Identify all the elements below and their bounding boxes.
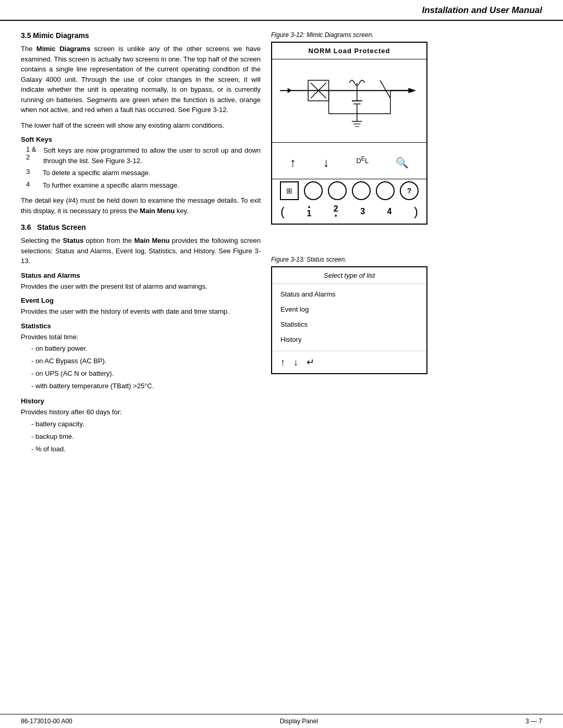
section-35-number: 3.5 [21,31,31,40]
num2-label: 2 [334,204,338,214]
mimic-number-row: ( ▲ 1 2 ▼ 3 [272,202,426,224]
section-35-title: Mimic Diagrams [33,31,89,40]
bracket-left: ( [280,205,285,218]
history-item-3: - % of load. [21,443,261,455]
status-item-4: History [280,330,418,347]
figure-3-12-container: Figure 3-12: Mimic Diagrams screen. NORM… [271,31,438,230]
magnifier-icon[interactable]: 🔍 [396,156,409,169]
soft-key-num-1: 1 & 2 [26,145,37,166]
footer-page-number: 3 — 7 [525,718,542,725]
num3-label: 3 [360,207,365,216]
section-36-intro: Selecting the Status option from the Mai… [21,236,261,266]
footer-part-number: 86-173010-00 A00 [21,718,72,725]
help-key[interactable]: ? [400,181,419,200]
circle-key-1[interactable] [304,181,323,200]
status-list: Status and Alarms Event log Statistics H… [272,284,426,351]
page-header: Installation and User Manual [0,0,563,21]
sub-event-log-text: Provides the user with the history of ev… [21,306,261,317]
num1-up-arrow: ▲ [307,204,311,209]
soft-key-up-arrow[interactable]: ↑ [290,155,296,170]
soft-key-num-3: 4 [26,180,36,191]
soft-key-text-1: Soft keys are now programmed to allow th… [43,145,261,166]
status-screen-title: Select type of list [272,267,426,284]
page-title: Installation and User Manual [422,5,543,15]
sub-history-heading: History [21,397,261,405]
history-item-2: - backup time. [21,431,261,442]
mimic-diagram-svg [277,65,421,137]
del-d: D [356,157,361,165]
number-4-key[interactable]: 4 [387,207,392,216]
detail-key-note: The detail key (#4) must be held down to… [21,195,261,216]
status-item-3: Statistics [280,315,418,330]
soft-key-2: 3 To delete a specific alarm message. [21,168,261,178]
del-e: E [361,155,365,162]
mimic-softkeys-row: ↑ ↓ DEL 🔍 [272,143,426,179]
mimic-screen: NORM Load Protected [271,42,427,225]
svg-line-12 [380,80,390,98]
soft-key-num-2: 3 [26,168,36,178]
sub-history-text: Provides history after 60 days for: [21,407,261,417]
sub-status-alarms-text: Provides the user with the present list … [21,281,261,292]
sub-event-log-heading: Event Log [21,297,261,304]
soft-key-text-3: To further examine a specific alarm mess… [43,180,179,191]
del-label: DEL [356,155,369,165]
statistics-item-4: - with battery temperature (TBatt) >25°C… [21,380,261,392]
figure-3-12-label: Figure 3-12: Mimic Diagrams screen. [271,31,438,39]
svg-marker-1 [288,88,292,93]
section-35-heading: 3.5 Mimic Diagrams [21,31,261,40]
soft-key-3: 4 To further examine a specific alarm me… [21,180,261,191]
num1-label: 1 [307,209,311,218]
page-footer: 86-173010-00 A00 Display Panel 3 — 7 [0,714,563,728]
status-softkeys: ↑ ↓ ↵ [272,351,426,373]
status-down-arrow[interactable]: ↓ [293,357,298,368]
statistics-item-2: - on AC Bypass (AC BP). [21,355,261,367]
section-35: 3.5 Mimic Diagrams The Mimic Diagrams sc… [21,31,261,216]
mimic-top-text: NORM Load Protected [272,43,426,59]
left-column: 3.5 Mimic Diagrams The Mimic Diagrams sc… [21,31,261,456]
status-screen: Select type of list Status and Alarms Ev… [271,266,427,374]
section-35-para1: The Mimic Diagrams screen is unlike any … [21,44,261,115]
sub-statistics-text: Provides total time: [21,332,261,342]
status-item-1: Status and Alarms [280,288,418,300]
num4-label: 4 [387,207,392,216]
section-36: 3.6 Status Screen Selecting the Status o… [21,223,261,455]
statistics-item-1: - on battery power. [21,343,261,354]
menu-key[interactable]: ⊞ [280,181,299,200]
section-36-title: Status Screen [37,223,85,231]
content-area: 3.5 Mimic Diagrams The Mimic Diagrams sc… [0,21,563,487]
number-1-key[interactable]: ▲ 1 [307,204,311,218]
section-36-heading: 3.6 Status Screen [21,223,261,231]
sub-status-alarms-heading: Status and Alarms [21,272,261,279]
svg-marker-11 [408,88,416,93]
number-2-key[interactable]: 2 ▼ [334,204,338,218]
right-column: Figure 3-12: Mimic Diagrams screen. NORM… [271,31,438,456]
circle-key-3[interactable] [352,181,371,200]
del-l: L [365,157,369,165]
num2-down-arrow: ▼ [334,214,338,218]
bracket-right: ) [414,205,418,218]
figure-3-13-container: Figure 3-13: Status screen. Select type … [271,256,438,374]
section-36-number: 3.6 [21,223,31,231]
number-3-key[interactable]: 3 [360,207,365,216]
mimic-diagram-area [272,59,426,143]
status-enter-key[interactable]: ↵ [307,356,314,368]
statistics-item-3: - on UPS (AC N or battery). [21,368,261,379]
circle-key-2[interactable] [328,181,347,200]
soft-key-1: 1 & 2 Soft keys are now programmed to al… [21,145,261,166]
soft-key-text-2: To delete a specific alarm message. [43,168,151,178]
soft-keys-heading: Soft Keys [21,135,261,143]
status-item-2: Event log [280,300,418,315]
status-up-arrow[interactable]: ↑ [280,357,285,368]
footer-section-name: Display Panel [280,718,318,725]
soft-key-down-arrow[interactable]: ↓ [323,155,329,170]
mimic-circles-row: ⊞ ? [272,179,426,202]
history-item-1: - battery capacity. [21,418,261,430]
sub-statistics-heading: Statistics [21,322,261,330]
circle-key-4[interactable] [376,181,395,200]
figure-3-13-label: Figure 3-13: Status screen. [271,256,438,263]
section-35-para2: The lower half of the screen will show a… [21,120,261,131]
